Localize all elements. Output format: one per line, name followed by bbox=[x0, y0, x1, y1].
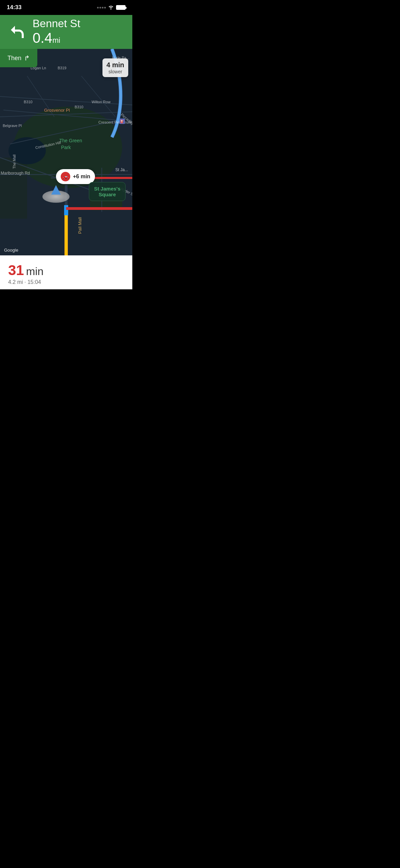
status-icons bbox=[97, 5, 126, 11]
then-turn-right-icon: ↱ bbox=[24, 54, 30, 62]
user-location bbox=[42, 191, 70, 203]
svg-text:Belgrave Pl: Belgrave Pl bbox=[3, 124, 22, 128]
status-bar: 14:33 bbox=[0, 0, 132, 15]
svg-text:Marlborough Rd: Marlborough Rd bbox=[1, 171, 30, 176]
distance-number: 0.4 bbox=[33, 30, 52, 46]
eta-details: 4.2 mi · 15:04 bbox=[8, 279, 124, 285]
eta-min-label: min bbox=[26, 265, 44, 278]
traffic-car-icon: 🚗 bbox=[61, 172, 70, 181]
svg-text:Grosvenor Pl: Grosvenor Pl bbox=[44, 108, 70, 113]
svg-text:B310: B310 bbox=[75, 105, 83, 109]
delay-text: +6 min bbox=[73, 174, 90, 180]
location-arrow-icon bbox=[51, 185, 61, 195]
svg-text:Crescent Petroleum: Crescent Petroleum bbox=[98, 120, 131, 124]
eta-arrival-time: 15:04 bbox=[27, 279, 41, 285]
svg-rect-17 bbox=[64, 205, 68, 215]
delay-bubble[interactable]: 🚗 +6 min bbox=[56, 169, 95, 184]
turn-left-arrow bbox=[7, 22, 27, 42]
distance-display: 0.4mi bbox=[33, 30, 126, 46]
svg-text:⛽: ⛽ bbox=[120, 119, 125, 124]
nav-info: Bennet St 0.4mi bbox=[33, 18, 126, 46]
battery-icon bbox=[116, 5, 126, 10]
wifi-icon bbox=[108, 5, 114, 11]
svg-line-4 bbox=[0, 96, 132, 105]
svg-text:B310: B310 bbox=[24, 100, 33, 104]
google-watermark: Google bbox=[4, 248, 18, 253]
eta-time-row: 31 min bbox=[8, 262, 124, 278]
eta-separator: · bbox=[24, 279, 26, 285]
svg-text:The Mall: The Mall bbox=[12, 155, 16, 169]
svg-text:The Green: The Green bbox=[59, 138, 82, 143]
slower-popup: 4 min slower bbox=[102, 58, 128, 77]
eta-minutes: 31 bbox=[8, 262, 24, 278]
eta-bar: 31 min 4.2 mi · 15:04 bbox=[0, 255, 132, 289]
street-name: Bennet St bbox=[33, 18, 126, 30]
slower-label: slower bbox=[107, 69, 124, 74]
svg-text:Park: Park bbox=[61, 145, 71, 150]
nav-header: Bennet St 0.4mi bbox=[0, 15, 132, 49]
svg-text:St Ja...: St Ja... bbox=[115, 167, 128, 172]
svg-text:Pall Mall: Pall Mall bbox=[77, 217, 82, 234]
map-area[interactable]: Pall Mall Belgrave Pl B310 B310 Wilton R… bbox=[0, 49, 132, 255]
then-label: Then bbox=[7, 55, 21, 62]
svg-text:Wilton Row: Wilton Row bbox=[92, 100, 111, 104]
stjames-label: St James'sSquare bbox=[89, 182, 126, 201]
signal-icon bbox=[97, 7, 106, 8]
then-panel: Then ↱ bbox=[0, 49, 37, 67]
location-oval bbox=[42, 191, 70, 203]
status-time: 14:33 bbox=[7, 4, 21, 11]
slower-minutes: 4 min bbox=[107, 61, 124, 69]
svg-text:B319: B319 bbox=[58, 66, 66, 70]
distance-unit: mi bbox=[52, 36, 60, 44]
eta-distance: 4.2 mi bbox=[8, 279, 23, 285]
